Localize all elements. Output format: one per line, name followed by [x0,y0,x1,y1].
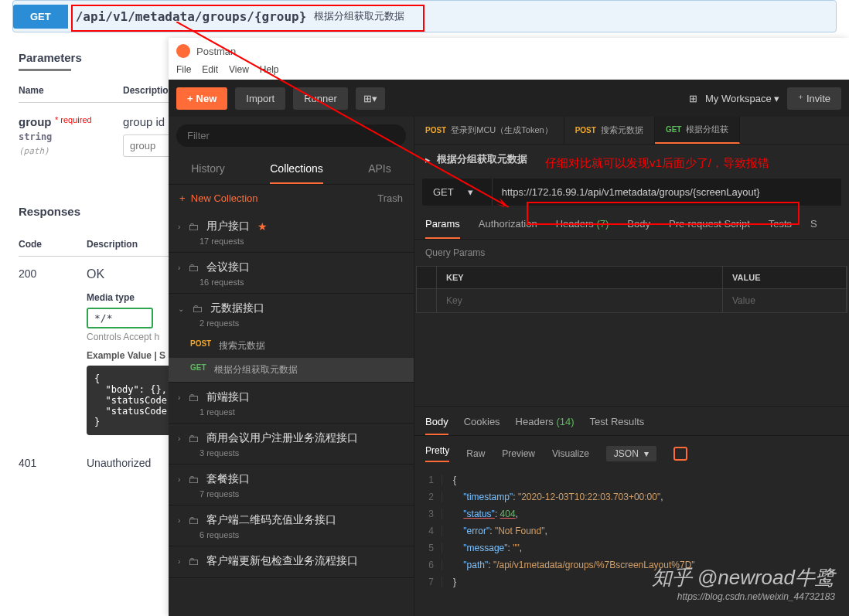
folder-icon: 🗀 [188,261,199,274]
chevron-icon: › [178,223,180,231]
code-line: 3 "status": 404, [414,505,849,522]
visualize-button[interactable]: Visualize [552,448,589,459]
code-line: 2 "timestamp": "2020-12-03T10:22:03.703+… [414,488,849,505]
folder-icon: 🗀 [188,514,199,526]
request-tab[interactable]: GET根据分组获 [655,117,741,144]
collection-name: 前端接口 [206,390,250,404]
pretty-button[interactable]: Pretty [425,445,449,462]
tab-collections[interactable]: Collections [270,155,322,184]
tab-history[interactable]: History [191,155,225,184]
resp-tab-body[interactable]: Body [425,416,448,435]
star-icon: ★ [257,220,268,233]
tab-label: 搜索元数据 [601,124,643,136]
subtab-params[interactable]: Params [425,218,460,239]
resp-tab-headers[interactable]: Headers (14) [516,416,575,435]
format-dropdown[interactable]: JSON ▾ [606,446,656,461]
value-input[interactable]: Value [723,288,847,312]
param-type: string [19,131,52,142]
example-code: { "body": {}, "statusCode "statusCode } [87,366,172,435]
window-title: Postman [196,46,236,57]
import-button[interactable]: Import [235,87,285,110]
tab-apis[interactable]: APIs [368,155,391,184]
media-type-select[interactable]: */* [87,308,153,328]
collection-count: 16 requests [199,277,414,293]
col-description: Description [87,239,138,250]
method-dropdown[interactable]: GET▾ [422,179,492,206]
toolbar: +New Import Runner ⊞▾ ⊞ My Workspace ▾ ⁺… [169,80,849,117]
folder-icon: 🗀 [188,220,199,233]
raw-button[interactable]: Raw [466,448,485,459]
method-label: GET [666,125,682,134]
[interactable]: File [176,64,191,80]
main-panel: POST登录到MCU（生成Token）POST搜索元数据GET根据分组获 ▸根据… [414,117,849,616]
collection-count [199,571,414,577]
request-item[interactable]: POST搜索元数据 [169,334,414,358]
collapse-icon[interactable]: ▸ [425,154,431,165]
postman-window: Postman File Edit View Help +New Import … [169,38,849,616]
capture-button[interactable]: ⊞▾ [356,87,385,110]
annotation-box-postman-url [527,202,800,225]
collection-count: 7 requests [199,489,414,505]
query-params-table: KEYVALUE KeyValue [416,266,847,313]
annotation-text: 仔细对比就可以发现v1后面少了/，导致报错 [545,155,769,172]
collection-count: 2 requests [199,318,414,334]
subtab-settings[interactable]: S [810,218,817,239]
request-name: 根据分组获取元数据 [214,363,298,376]
menubar: File Edit View Help [169,64,849,80]
watermark: 知乎 @newroad牛鹭 https://blog.csdn.net/weix… [652,564,835,602]
request-tab[interactable]: POST登录到MCU（生成Token） [414,117,564,144]
annotation-box-swagger-path [71,5,424,32]
media-hint: Controls Accept h [87,332,172,342]
code-line: 4 "error": "Not Found", [414,522,849,539]
runner-button[interactable]: Runner [293,87,348,110]
param-required: * required [55,115,92,124]
resp-tab-cookies[interactable]: Cookies [464,416,500,435]
folder-icon: 🗀 [188,391,199,403]
collection-name: 用户接口 [206,220,250,233]
col-name: Name [19,85,123,96]
param-name: group [19,115,52,128]
param-in: (path) [19,146,49,156]
collection-count: 17 requests [199,237,414,252]
response-desc: OK [87,267,172,281]
collection-name: 客户端更新包检查业务流程接口 [206,554,358,568]
chevron-icon: › [178,475,180,484]
collection-count: 3 requests [199,448,414,464]
request-tab[interactable]: POST搜索元数据 [564,117,655,144]
filter-input[interactable] [176,124,406,147]
request-item[interactable]: GET根据分组获取元数据 [169,358,414,382]
tab-label: 根据分组获 [686,124,728,135]
media-type-label: Media type [87,292,172,303]
chevron-icon: › [178,264,180,272]
preview-button[interactable]: Preview [502,448,535,459]
new-collection-button[interactable]: + New Collection [179,192,258,204]
workspace-dropdown[interactable]: My Workspace ▾ [705,93,779,104]
chevron-icon: › [178,557,180,566]
example-tabs[interactable]: Example Value | S [87,350,172,361]
collection-name: 元数据接口 [210,301,264,315]
chevron-icon: › [178,516,180,525]
grid-icon[interactable]: ⊞ [689,93,697,104]
resp-tab-tests[interactable]: Test Results [590,416,645,435]
code-line: 1{ [414,471,849,488]
response-code-401: 401 [19,457,87,469]
chevron-icon: › [178,434,180,443]
tab-label: 登录到MCU（生成Token） [451,124,552,136]
collection-count: 1 request [199,407,414,423]
collection-name: 套餐接口 [206,472,250,486]
invite-button[interactable]: ⁺ Invite [787,87,841,110]
method-label: GET [190,363,206,376]
method-label: POST [425,126,446,134]
new-button[interactable]: +New [176,87,227,110]
sidebar: History Collections APIs + New Collectio… [169,117,414,616]
plus-icon: + [187,93,193,104]
collection-name: 商用会议用户注册业务流程接口 [206,431,358,445]
request-name: 搜索元数据 [219,339,265,352]
trash-link[interactable]: Trash [377,192,403,204]
wrap-icon[interactable] [673,447,687,461]
code-line: 5 "message": "", [414,539,849,556]
chevron-down-icon: ▾ [468,186,473,198]
key-input[interactable]: Key [437,288,723,312]
response-desc: Unauthorized [87,457,151,469]
titlebar: Postman [169,38,849,64]
